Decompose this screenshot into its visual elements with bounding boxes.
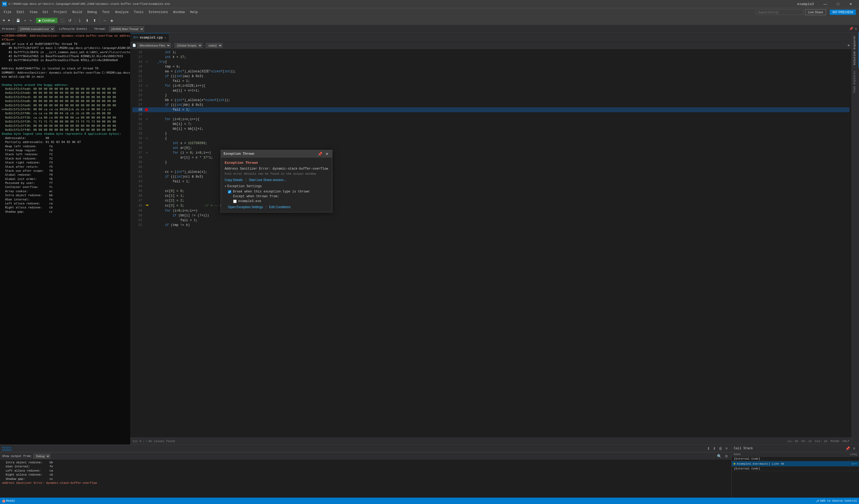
exception-dialog: Exception Thrown 📌 ✕ Exception Thrown Ad… (221, 150, 332, 212)
misc-files-select[interactable]: Miscellaneous Files (137, 43, 171, 48)
exception-settings-header[interactable]: ▼ Exception Settings (225, 184, 328, 188)
menu-debug[interactable]: Debug (85, 8, 100, 16)
code-line-20: 20 aa = (int*)_alloca(SIZE*sizeof(int)); (132, 69, 849, 74)
code-line-32: 32 bb[i] = bb[i]+1; (132, 126, 849, 131)
menu-help[interactable]: Help (187, 8, 200, 16)
title-path: C:\MSDN\cpp-docs-pr\docs\c-language\ASAN… (9, 2, 797, 5)
terminal-hex-6: 0x02c5f2c5ff00: ca ca ca 00 00 04 cb cb … (2, 111, 129, 116)
menu-build[interactable]: Build (70, 8, 85, 16)
output-scroll-up[interactable]: ⬆ (706, 446, 711, 450)
output-search-btn[interactable]: 🔍 (716, 454, 723, 458)
exception-action-links: Open Exception Settings | Edit Condition… (228, 205, 328, 209)
terminal-legend-intra: Intra object redzone: bb (2, 193, 129, 197)
toolbar-redo[interactable]: ↪ (28, 17, 33, 24)
search-input[interactable] (756, 10, 803, 15)
fold-icon-37[interactable]: ⊖ (146, 151, 148, 155)
code-editor[interactable]: 16 int i; 17 int k = 17; 18 ⊖ _try{ (130, 49, 852, 438)
fold-icon-34[interactable]: ⊖ (146, 136, 148, 141)
call-stack-row-0[interactable]: [External Code] (732, 457, 859, 461)
output-filter-btn[interactable]: ⚙ (724, 454, 729, 458)
menu-tools[interactable]: Tools (131, 8, 146, 16)
terminal-hex-1: 0x02c5f2c5fea0: 00 00 00 00 00 00 00 00 … (2, 87, 129, 91)
toolbar-forward[interactable]: ► (6, 17, 12, 24)
fold-icon-18[interactable]: ⊖ (146, 60, 148, 64)
output-clear[interactable]: 🗑 (718, 446, 723, 450)
menu-extensions[interactable]: Extensions (146, 8, 171, 16)
output-panel-actions: ⬆ ⬇ 🗑 ✕ (706, 446, 729, 450)
solution-explorer-tab[interactable]: Solution Explorer (852, 33, 859, 68)
output-content[interactable]: Intra object redzone: bb ASan internal: … (0, 460, 732, 498)
step-out-button[interactable]: ⬆ (91, 17, 98, 24)
menu-window[interactable]: Window (171, 8, 187, 16)
close-button[interactable]: ✕ (845, 0, 857, 8)
terminal-panel[interactable]: ==26908==ERROR: AddressSanitizer: dynami… (0, 33, 130, 444)
output-source-select[interactable]: Debug (33, 454, 50, 459)
menu-git[interactable]: Git (40, 8, 51, 16)
status-ready[interactable]: ⬤ Ready (2, 499, 15, 503)
step-into-button[interactable]: ⬇ (84, 17, 91, 24)
minimize-button[interactable]: — (819, 0, 831, 8)
code-content[interactable]: 16 int i; 17 int k = 17; 18 ⊖ _try{ (130, 49, 852, 438)
code-line-31: 31 bb[i] = 7; (132, 122, 849, 126)
output-line-1: ASan internal: fe (2, 465, 729, 469)
output-close[interactable]: ✕ (724, 446, 729, 450)
code-line-18: 18 ⊖ _try{ (132, 60, 849, 64)
breakpoint-dot-28[interactable] (145, 108, 148, 111)
main-func-select[interactable]: main() (206, 43, 223, 48)
menu-edit[interactable]: Edit (14, 8, 27, 16)
open-exception-settings-button[interactable]: Open Exception Settings (228, 205, 263, 209)
break-when-checkbox[interactable] (228, 190, 231, 194)
dialog-pin-button[interactable]: 📌 (317, 152, 323, 156)
call-stack-row-1[interactable]: ▶ example3.exe!main() Line 48 C++ (732, 461, 859, 467)
menu-analyze[interactable]: Analyze (112, 8, 131, 16)
toolbar-undo[interactable]: ↩ (22, 17, 27, 24)
toolbar-save[interactable]: 💾 (15, 17, 22, 24)
sep3 (75, 18, 75, 23)
restart-button[interactable]: ↺ (66, 17, 73, 24)
terminal-legend-ginit: Global init order: f6 (2, 177, 129, 181)
team-explorer-tab[interactable]: Team Explorer (852, 68, 859, 96)
call-stack-pin[interactable]: 📌 (844, 446, 851, 450)
tab-close-button[interactable]: ✕ (164, 36, 166, 39)
call-stack-row-2[interactable]: [External Code] (732, 467, 859, 471)
code-line-30: 30 ⊖ for (i=0;i<x;i++){ (132, 117, 849, 122)
step-over-button[interactable]: ⤵ (76, 17, 83, 24)
terminal-legend-smid: Stack mid redzone: f2 (2, 156, 129, 161)
thread-select[interactable]: [36468] Main Thread (109, 26, 144, 32)
menu-view[interactable]: View (27, 8, 40, 16)
run-to-click-button[interactable]: → (101, 17, 108, 24)
example3-exe-checkbox[interactable] (233, 200, 237, 203)
code-line-33: 33 } (132, 131, 849, 136)
edit-conditions-button[interactable]: Edit Conditions (269, 205, 290, 209)
show-next-button[interactable]: ◈ (108, 17, 115, 24)
status-add-source[interactable]: ⎇ Add to Source Control (816, 499, 857, 503)
continue-button[interactable]: ▶ Continue (36, 18, 57, 23)
menu-file[interactable]: File (1, 8, 14, 16)
breadcrumb-sep1: › (172, 44, 174, 47)
stop-debug-button[interactable]: ⬛ (59, 17, 66, 24)
code-line-35: 35 int s = 112728283; (132, 141, 849, 146)
menu-test[interactable]: Test (100, 8, 113, 16)
code-line-16: 16 int i; (132, 50, 849, 55)
exception-dialog-title: Exception Thrown (224, 152, 254, 156)
output-tab-active[interactable]: Output (2, 446, 12, 450)
toolbar-back[interactable]: ◄ (1, 17, 6, 24)
process-select[interactable]: [26908] example3.exe (18, 26, 55, 32)
live-share-button[interactable]: Live Share (805, 9, 826, 15)
start-live-share-button[interactable]: Start Live Share session... (249, 178, 286, 182)
fold-icon-30[interactable]: ⊖ (146, 117, 148, 122)
global-scope-select[interactable]: (Global Scope) (175, 43, 202, 48)
call-stack-close[interactable]: ✕ (852, 446, 857, 450)
window-controls: — □ ✕ (819, 0, 857, 8)
int-preview-button[interactable]: INT PREVIEW (830, 10, 856, 15)
dialog-close-button[interactable]: ✕ (325, 152, 329, 156)
sep1 (13, 18, 13, 23)
fold-icon-23[interactable]: ⊖ (146, 83, 148, 88)
menu-project[interactable]: Project (51, 8, 70, 16)
tab-example3-cpp[interactable]: C++ example3.cpp ✕ (130, 33, 169, 42)
maximize-button[interactable]: □ (832, 0, 844, 8)
call-stack-table[interactable]: Name Lang [External Code] ▶ example3.exe… (732, 452, 859, 498)
copy-details-button[interactable]: Copy Details (225, 178, 243, 182)
editor-settings-icon[interactable]: ⚙ (847, 44, 849, 47)
output-scroll-down[interactable]: ⬇ (712, 446, 717, 450)
